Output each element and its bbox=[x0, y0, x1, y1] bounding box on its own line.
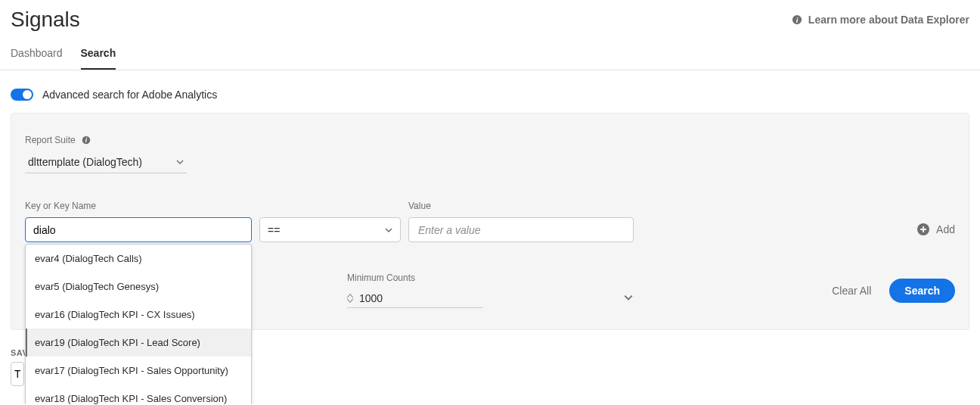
info-icon[interactable]: i bbox=[82, 136, 91, 145]
plus-circle-icon bbox=[916, 223, 930, 236]
dropdown-item[interactable]: evar17 (DialogTech KPI - Sales Opportuni… bbox=[26, 357, 251, 385]
key-label: Key or Key Name bbox=[25, 201, 252, 211]
svg-text:i: i bbox=[795, 16, 798, 24]
search-panel: Report Suite i dlttemplate (DialogTech) … bbox=[11, 113, 969, 330]
learn-more-link[interactable]: i Learn more about Data Explorer bbox=[792, 14, 969, 26]
min-counts-value: 1000 bbox=[359, 292, 383, 304]
value-input[interactable] bbox=[408, 217, 634, 242]
key-autocomplete-dropdown: evar4 (DialogTech Calls) evar5 (DialogTe… bbox=[25, 244, 252, 404]
page-title: Signals bbox=[11, 8, 80, 32]
tab-dashboard[interactable]: Dashboard bbox=[11, 47, 63, 70]
chevron-down-icon[interactable] bbox=[624, 293, 633, 302]
key-input[interactable] bbox=[25, 217, 252, 242]
operator-select[interactable]: == bbox=[259, 217, 401, 242]
tab-search[interactable]: Search bbox=[81, 47, 116, 70]
dropdown-item[interactable]: evar19 (DialogTech KPI - Lead Score) bbox=[26, 329, 251, 357]
chevron-down-icon bbox=[176, 158, 184, 166]
dropdown-item[interactable]: evar4 (DialogTech Calls) bbox=[26, 245, 251, 273]
learn-more-text: Learn more about Data Explorer bbox=[808, 14, 969, 26]
advanced-search-toggle[interactable] bbox=[11, 89, 33, 101]
chevron-down-icon bbox=[385, 226, 392, 234]
operator-value: == bbox=[268, 224, 280, 236]
dropdown-item[interactable]: evar18 (DialogTech KPI - Sales Conversio… bbox=[26, 385, 251, 404]
save-name-input[interactable] bbox=[11, 362, 24, 386]
min-counts-label: Minimum Counts bbox=[347, 273, 483, 283]
dropdown-item[interactable]: evar16 (DialogTech KPI - CX Issues) bbox=[26, 301, 251, 329]
value-label: Value bbox=[408, 201, 634, 211]
clear-all-button[interactable]: Clear All bbox=[832, 285, 871, 297]
dropdown-item[interactable]: evar5 (DialogTech Genesys) bbox=[26, 273, 251, 301]
stepper-icon[interactable] bbox=[347, 294, 353, 303]
search-button[interactable]: Search bbox=[889, 279, 955, 303]
report-suite-label: Report Suite bbox=[25, 135, 76, 145]
report-suite-select[interactable]: dlttemplate (DialogTech) bbox=[25, 151, 187, 173]
add-label: Add bbox=[936, 223, 955, 235]
report-suite-value: dlttemplate (DialogTech) bbox=[28, 156, 142, 168]
tabs: Dashboard Search bbox=[0, 32, 980, 70]
advanced-search-label: Advanced search for Adobe Analytics bbox=[42, 89, 217, 101]
chevron-down-icon bbox=[347, 298, 353, 303]
add-button[interactable]: Add bbox=[916, 223, 955, 236]
min-counts-input[interactable]: 1000 bbox=[347, 289, 483, 308]
info-icon: i bbox=[792, 14, 802, 25]
